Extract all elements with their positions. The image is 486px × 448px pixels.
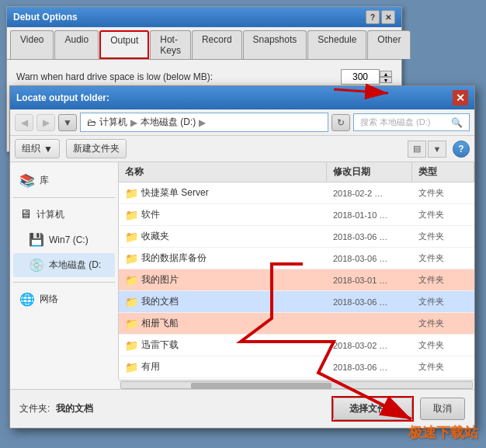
refresh-button[interactable]: ↻ bbox=[332, 114, 350, 131]
horizontal-scrollbar[interactable] bbox=[119, 380, 474, 389]
help-button[interactable]: ? bbox=[366, 10, 380, 24]
sidebar-divider-2 bbox=[13, 282, 115, 283]
new-folder-button[interactable]: 新建文件夹 bbox=[66, 139, 127, 158]
folder-icon: 📁 bbox=[125, 252, 138, 265]
locate-main: 📚 库 🖥 计算机 💾 Win7 (C:) 💿 本地磁盘 (D: 🌐 网络 bbox=[10, 162, 474, 380]
file-type: 文件夹 bbox=[412, 207, 474, 222]
file-date bbox=[327, 322, 412, 325]
sidebar-divider-1 bbox=[13, 197, 115, 198]
file-date: 2018-03-06 … bbox=[327, 361, 412, 373]
select-folder-button[interactable]: 选择文件夹 bbox=[333, 398, 412, 420]
scroll-track[interactable] bbox=[120, 381, 473, 389]
file-type: 文件夹 bbox=[412, 273, 474, 287]
filename-label: 文件夹: bbox=[19, 402, 50, 415]
file-date: 2018-02-2 … bbox=[327, 187, 412, 200]
col-name[interactable]: 名称 bbox=[119, 162, 327, 182]
file-type: 文件夹 bbox=[412, 186, 474, 200]
sidebar-label-localdisk-d: 本地磁盘 (D: bbox=[49, 259, 101, 272]
tab-hotkeys[interactable]: Hot-Keys bbox=[150, 30, 191, 59]
spin-down[interactable]: ▼ bbox=[380, 77, 392, 83]
file-row[interactable]: 📁收藏夹 2018-03-06 … 文件夹 bbox=[119, 226, 474, 248]
scroll-thumb[interactable] bbox=[191, 383, 332, 389]
file-name: 📁收藏夹 bbox=[119, 228, 327, 245]
file-name: 📁我的图片 bbox=[119, 272, 327, 288]
tab-video[interactable]: Video bbox=[10, 30, 54, 59]
file-date: 2018-03-06 … bbox=[327, 231, 412, 243]
help-button[interactable]: ? bbox=[453, 141, 470, 158]
tab-schedule[interactable]: Schedule bbox=[307, 30, 366, 59]
sidebar-item-win7c[interactable]: 💾 Win7 (C:) bbox=[13, 227, 115, 252]
folder-icon: 📁 bbox=[125, 231, 138, 243]
file-name: 📁快捷菜单 Server bbox=[119, 185, 327, 201]
tab-output[interactable]: Output bbox=[99, 30, 149, 59]
view-dropdown-button[interactable]: ▼ bbox=[428, 141, 446, 158]
path-part-2: 本地磁盘 (D:) bbox=[141, 116, 196, 129]
file-date: 2018-03-06 … bbox=[327, 252, 412, 265]
address-path[interactable]: 🗁 计算机 ▶ 本地磁盘 (D:) ▶ bbox=[80, 113, 328, 132]
tab-other[interactable]: Other bbox=[367, 30, 411, 59]
view-buttons: ▤ ▼ bbox=[408, 141, 446, 158]
warn-row: Warn when hard drive space is low (below… bbox=[16, 69, 392, 85]
file-row[interactable]: 📁迅雷下载 2018-03-02 … 文件夹 bbox=[119, 335, 474, 356]
select-button-wrapper: 选择文件夹 bbox=[332, 396, 414, 422]
view-list-button[interactable]: ▤ bbox=[408, 141, 426, 158]
sidebar-item-computer[interactable]: 🖥 计算机 bbox=[13, 203, 115, 226]
warn-spinner[interactable]: ▲ ▼ bbox=[380, 71, 392, 83]
up-button[interactable]: ▼ bbox=[58, 114, 77, 131]
sidebar-label-win7c: Win7 (C:) bbox=[49, 234, 89, 245]
sidebar-item-localdisk-d[interactable]: 💿 本地磁盘 (D: bbox=[13, 253, 115, 277]
file-row[interactable]: 📁快捷菜单 Server 2018-02-2 … 文件夹 bbox=[119, 182, 474, 204]
file-row[interactable]: 📁桌面 2018-02-23 … 文件夹 bbox=[119, 378, 474, 380]
col-type[interactable]: 类型 bbox=[412, 162, 474, 182]
locate-close-button[interactable]: ✕ bbox=[453, 90, 468, 106]
file-row[interactable]: 📁有用 2018-03-06 … 文件夹 bbox=[119, 356, 474, 378]
folder-icon: 📁 bbox=[125, 339, 138, 352]
path-chevron-2: ▶ bbox=[199, 117, 206, 128]
cancel-button[interactable]: 取消 bbox=[420, 398, 465, 420]
folder-icon: 📁 bbox=[125, 296, 138, 308]
spin-up[interactable]: ▲ bbox=[380, 71, 392, 77]
localdisk-d-icon: 💿 bbox=[29, 258, 44, 273]
forward-button[interactable]: ▶ bbox=[36, 114, 55, 131]
path-chevron-1: ▶ bbox=[130, 117, 137, 128]
file-row[interactable]: 📁我的图片 2018-03-01 … 文件夹 bbox=[119, 269, 474, 291]
folder-icon: 📁 bbox=[125, 274, 138, 287]
file-type: 文件夹 bbox=[412, 251, 474, 266]
path-icon: 🗁 bbox=[87, 117, 96, 128]
folder-icon: 📁 bbox=[125, 318, 138, 330]
file-name: 📁迅雷下载 bbox=[119, 337, 327, 353]
file-date: 2018-03-02 … bbox=[327, 339, 412, 352]
file-name: 📁相册飞船 bbox=[119, 315, 327, 332]
col-date[interactable]: 修改日期 bbox=[327, 162, 412, 182]
locate-filelist[interactable]: 名称 修改日期 类型 📁快捷菜单 Server 2018-02-2 … 文件夹 … bbox=[119, 162, 474, 380]
sidebar-item-library[interactable]: 📚 库 bbox=[13, 168, 115, 193]
tab-record[interactable]: Record bbox=[192, 30, 242, 59]
file-row-selected[interactable]: 📁我的文档 2018-03-06 … 文件夹 bbox=[119, 291, 474, 313]
organize-button[interactable]: 组织 ▼ bbox=[15, 139, 60, 158]
close-button[interactable]: ✕ bbox=[381, 10, 395, 24]
file-type: 文件夹 bbox=[412, 229, 474, 244]
tab-audio[interactable]: Audio bbox=[54, 30, 99, 59]
file-row[interactable]: 📁我的数据库备份 2018-03-06 … 文件夹 bbox=[119, 248, 474, 269]
path-part-1: 计算机 bbox=[99, 116, 127, 129]
locate-toolbar: 组织 ▼ 新建文件夹 ▤ ▼ ? bbox=[10, 136, 474, 162]
new-folder-label: 新建文件夹 bbox=[73, 142, 120, 155]
library-icon: 📚 bbox=[19, 173, 35, 188]
tab-snapshots[interactable]: Snapshots bbox=[243, 30, 307, 59]
file-type: 文件夹 bbox=[412, 316, 474, 331]
file-name: 📁有用 bbox=[119, 359, 327, 375]
sidebar-item-network[interactable]: 🌐 网络 bbox=[13, 287, 115, 311]
warn-value[interactable]: 300 bbox=[341, 69, 380, 85]
locate-titlebar: Locate output folder: ✕ bbox=[10, 86, 474, 109]
organize-chevron: ▼ bbox=[43, 144, 53, 155]
locate-addressbar: ◀ ▶ ▼ 🗁 计算机 ▶ 本地磁盘 (D:) ▶ ↻ 搜索 本地磁盘 (D:)… bbox=[10, 109, 474, 136]
file-row[interactable]: 📁软件 2018-01-10 … 文件夹 bbox=[119, 204, 474, 226]
file-row[interactable]: 📁相册飞船 文件夹 bbox=[119, 313, 474, 335]
filelist-header: 名称 修改日期 类型 bbox=[119, 162, 474, 182]
search-icon[interactable]: 🔍 bbox=[451, 117, 463, 128]
warn-label: Warn when hard drive space is low (below… bbox=[16, 71, 335, 82]
filename-value: 我的文档 bbox=[56, 402, 93, 415]
search-placeholder: 搜索 本地磁盘 (D:) bbox=[360, 116, 430, 128]
back-button[interactable]: ◀ bbox=[15, 114, 33, 131]
search-box[interactable]: 搜索 本地磁盘 (D:) 🔍 bbox=[353, 113, 470, 131]
